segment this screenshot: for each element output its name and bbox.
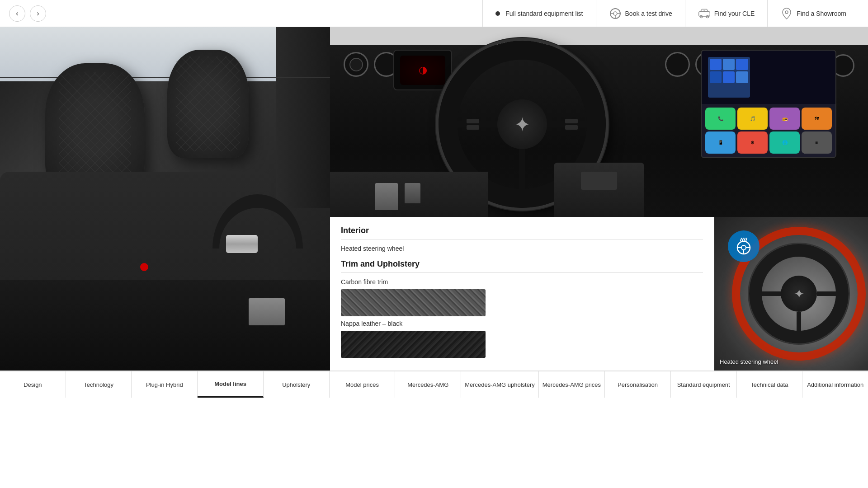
right-controls <box>565 119 578 130</box>
pedal-area <box>330 172 488 217</box>
interior-title: Interior <box>341 226 703 235</box>
app-cell <box>736 59 748 70</box>
mercedes-star-thumb: ✦ <box>794 286 804 301</box>
svg-point-7 <box>706 15 708 18</box>
tab-design[interactable]: Design <box>0 371 66 398</box>
app-purple[interactable]: 📻 <box>769 108 800 130</box>
app-gray[interactable]: ≡ <box>802 131 832 154</box>
trim-title: Trim and Upholstery <box>341 259 703 269</box>
control-button-3 <box>565 119 578 123</box>
info-text-section: Interior Heated steering wheel Trim and … <box>330 217 714 371</box>
app-teal[interactable]: 🌐 <box>769 131 800 154</box>
right-panel: ◑ ✦ <box>330 27 868 371</box>
app-cell <box>710 71 722 83</box>
app-green[interactable]: 📞 <box>705 108 736 130</box>
app-orange[interactable]: 🗺 <box>802 108 832 130</box>
tab-mercedes-amg[interactable]: Mercedes-AMG <box>395 371 461 398</box>
top-apps <box>706 55 831 99</box>
svg-point-1 <box>613 12 617 15</box>
svg-point-11 <box>741 245 746 250</box>
bottom-nav: Design Technology Plug-in Hybrid Model l… <box>0 371 868 398</box>
tab-mercedes-amg-upholstery[interactable]: Mercedes-AMG upholstery <box>461 371 539 398</box>
sw-thumbnail-rim: ✦ <box>749 244 849 343</box>
prev-button[interactable]: ‹ <box>9 5 25 22</box>
thumb-spoke-l <box>762 291 781 296</box>
test-drive-label: Book a test drive <box>625 10 672 17</box>
header-actions: Full standard equipment list Book a test… <box>482 0 859 27</box>
full-equipment-link[interactable]: Full standard equipment list <box>482 0 595 27</box>
find-showroom-link[interactable]: Find a Showroom <box>767 0 859 27</box>
find-cle-link[interactable]: Find your CLE <box>685 0 767 27</box>
svg-point-9 <box>785 11 788 14</box>
infotainment-top <box>702 51 835 104</box>
pedals <box>375 183 420 210</box>
red-accent-dot <box>140 263 148 271</box>
trim-divider <box>341 272 703 273</box>
pedal <box>249 298 285 325</box>
app-blue[interactable]: 📱 <box>705 131 736 154</box>
left-vents <box>344 52 399 77</box>
heated-icon-overlay <box>728 230 760 262</box>
tab-standard-equipment[interactable]: Standard equipment <box>671 371 737 398</box>
app-cell <box>736 71 748 83</box>
next-button[interactable]: › <box>30 5 46 22</box>
svg-rect-8 <box>703 10 705 12</box>
spoke-bottom <box>519 149 525 189</box>
tab-technology[interactable]: Technology <box>66 371 132 398</box>
heated-sw-background: ✦ <box>714 217 868 371</box>
headrest-right <box>167 50 249 158</box>
pedal-right <box>405 183 420 203</box>
interior-item-1: Heated steering wheel <box>341 245 703 252</box>
tab-upholstery[interactable]: Upholstery <box>264 371 330 398</box>
app-yellow[interactable]: 🎵 <box>737 108 768 130</box>
find-showroom-label: Find a Showroom <box>797 10 846 17</box>
map-display <box>753 57 829 98</box>
app-red[interactable]: ⚙ <box>737 131 768 154</box>
tab-personalisation[interactable]: Personalisation <box>605 371 671 398</box>
tab-model-prices[interactable]: Model prices <box>330 371 396 398</box>
nav-arrows: ‹ › <box>9 5 46 22</box>
test-drive-link[interactable]: Book a test drive <box>596 0 685 27</box>
trim-item-1: Carbon fibre trim <box>341 278 703 286</box>
find-cle-label: Find your CLE <box>714 10 755 17</box>
mercedes-star-main: ✦ <box>514 113 531 136</box>
gear-selector <box>581 172 617 190</box>
info-panel: Interior Heated steering wheel Trim and … <box>330 217 868 371</box>
heated-steering-wheel-panel: ✦ <box>714 217 868 371</box>
full-equipment-label: Full standard equipment list <box>505 10 583 17</box>
vent-3 <box>665 52 690 77</box>
tab-plugin-hybrid[interactable]: Plug-in Hybrid <box>132 371 198 398</box>
steering-wheel-icon <box>609 7 622 20</box>
window-line <box>0 77 330 78</box>
main-content: ◑ ✦ <box>0 27 868 371</box>
interior-divider <box>341 239 703 239</box>
svg-point-6 <box>700 15 702 18</box>
tab-additional-info[interactable]: Additional information <box>802 371 868 398</box>
vent-1 <box>344 52 368 77</box>
heated-steering-wheel-icon <box>732 235 755 258</box>
app-cell <box>723 71 735 83</box>
car-icon <box>698 7 711 20</box>
tab-model-lines[interactable]: Model lines <box>198 371 264 398</box>
control-button-4 <box>565 125 578 130</box>
app-cell <box>710 59 722 70</box>
dashboard-image: ◑ ✦ <box>330 27 868 217</box>
thumb-spoke-b <box>797 312 801 331</box>
app-grid <box>708 57 750 98</box>
cluster-red-indicator: ◑ <box>419 64 427 76</box>
door-frame <box>276 27 330 208</box>
headrest-left <box>45 63 145 190</box>
seat-pattern-1 <box>59 72 131 181</box>
left-controls <box>467 119 479 130</box>
dot-icon <box>495 11 500 16</box>
infotainment-screen[interactable]: 📞 🎵 📻 🗺 📱 ⚙ 🌐 ≡ <box>701 50 836 158</box>
location-icon <box>780 7 793 20</box>
center-console <box>554 163 644 217</box>
left-panel <box>0 27 330 371</box>
tab-technical-data[interactable]: Technical data <box>737 371 803 398</box>
sw-thumb-hub: ✦ <box>781 276 817 312</box>
tab-mercedes-amg-prices[interactable]: Mercedes-AMG prices <box>539 371 605 398</box>
app-cell <box>723 59 735 70</box>
control-button-2 <box>467 125 479 130</box>
carbon-fibre-swatch <box>341 289 486 316</box>
